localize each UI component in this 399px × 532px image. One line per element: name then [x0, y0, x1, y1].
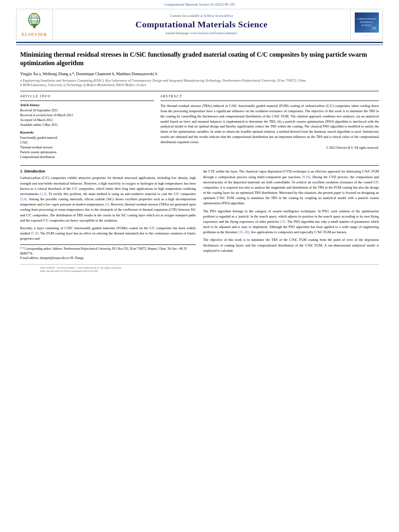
article-content: Minimizing thermal residual stresses in … — [0, 46, 399, 274]
journal-citation-bar: Computational Materials Science 61 (2012… — [0, 0, 399, 7]
keyword-3: Thermal residual stresses — [20, 145, 154, 150]
article-body: 1. Introduction Carbon/carbon (C/C) comp… — [20, 165, 379, 260]
elsevier-logo: ELSEVIER — [22, 12, 47, 37]
footnotes-area: * * Corresponding author. Address: North… — [20, 244, 196, 260]
sciverse-line: Contents lists available at SciVerse Sci… — [170, 14, 233, 18]
journal-title: Computational Materials Science — [136, 19, 267, 30]
info-divider — [20, 101, 154, 101]
history-label: Article history: — [20, 103, 154, 107]
bottom-copyright: 0927-0256/$ - see front matter © 2012 El… — [40, 266, 359, 269]
keyword-5: Compositional distribution — [20, 155, 154, 160]
abstract-col: Abstract The thermal residual stresses (… — [160, 94, 379, 160]
thin-divider — [16, 45, 383, 45]
doi-line: http://dx.doi.org/10.1016/j.commatsci.20… — [40, 269, 359, 273]
affiliation-a: a Engineering Simulation and Aerospace C… — [20, 78, 379, 83]
authors-text: Yingjie Xu a, Weihong Zhang a,*, Dominiq… — [20, 72, 157, 76]
footnote-email-text: E-mail address: zhangwh@nwpu.edu.cn (W. … — [20, 256, 84, 260]
body-two-col: 1. Introduction Carbon/carbon (C/C) comp… — [20, 169, 379, 260]
svg-point-11 — [370, 25, 372, 27]
other-word: other — [259, 220, 266, 224]
received-date: Received 26 September 2011 — [20, 108, 154, 113]
available-date: Available online 2 May 2012 — [20, 123, 154, 127]
journal-title-section: Contents lists available at SciVerse Sci… — [53, 9, 350, 40]
body-right-col: the CTE within the layer. The chemical v… — [203, 169, 379, 260]
body-right-para1: the CTE within the layer. The chemical v… — [203, 169, 379, 206]
ref-9-10: [9,10] — [302, 175, 311, 179]
keyword-4: Particle swarm optimization — [20, 150, 154, 155]
article-info-col: Article Info Article history: Received 2… — [20, 94, 154, 160]
keywords-label: Keywords: — [20, 131, 154, 134]
thick-divider — [16, 42, 383, 43]
body-left-para2: Recently, a layer consisting of C/SiC fu… — [20, 226, 196, 242]
keyword-2: C/SiC — [20, 140, 154, 145]
logo-subtext: —— — [364, 34, 369, 37]
footnote-star-text: * Corresponding author. Address: Northwe… — [20, 247, 187, 255]
ref-5-8: [5–8] — [31, 231, 38, 235]
ref-1-2: [1,2] — [40, 192, 46, 196]
accepted-date: Accepted 14 March 2012 — [20, 118, 154, 123]
affiliation-b: b M3M Laboratory, University of Technolo… — [20, 83, 379, 88]
ref-11: [11] — [280, 220, 286, 224]
journal-citation-text: Computational Materials Science 61 (2012… — [164, 2, 235, 6]
body-right-para2: The PSO algorithm belongs to the categor… — [203, 209, 379, 235]
author-divider — [20, 91, 379, 91]
authors-line: Yingjie Xu a, Weihong Zhang a,*, Dominiq… — [20, 72, 379, 76]
molecule-icon — [370, 25, 378, 32]
keyword-1: Functionally graded material — [20, 136, 154, 140]
info-abstract-section: Article Info Article history: Received 2… — [20, 94, 379, 160]
elsevier-logo-section: ELSEVIER — [16, 9, 53, 40]
section1-heading: 1. Introduction — [20, 169, 196, 173]
bottom-bar: 0927-0256/$ - see front matter © 2012 El… — [20, 264, 379, 274]
footnote-email-line: E-mail address: zhangwh@nwpu.edu.cn (W. … — [20, 256, 196, 260]
abstract-header: Abstract — [160, 94, 379, 98]
journal-logo-box: COMPUTATIONAL MATERIALS SCIENCE — [355, 12, 379, 33]
body-right-para3: The objective of this work is to minimiz… — [203, 237, 379, 253]
elsevier-label: ELSEVIER — [22, 32, 47, 37]
article-title: Minimizing thermal residual stresses in … — [20, 51, 379, 68]
svg-point-9 — [33, 12, 35, 14]
footnote-star: * * Corresponding author. Address: North… — [20, 246, 196, 256]
elsevier-globe-icon — [23, 12, 45, 31]
abstract-text: The thermal residual stresses (TRSs) ind… — [160, 103, 379, 144]
abstract-copyright: © 2012 Elsevier B.V. All rights reserved… — [160, 146, 379, 150]
article-info-header: Article Info — [20, 94, 154, 98]
homepage-url: www.elsevier.com/locate/commatsci — [190, 31, 237, 35]
sciverse-prefix: Contents lists available at — [170, 14, 203, 18]
journal-homepage: journal homepage: www.elsevier.com/locat… — [166, 31, 238, 35]
affiliations: a Engineering Simulation and Aerospace C… — [20, 78, 379, 88]
abstract-divider — [160, 101, 379, 101]
homepage-prefix: journal homepage: — [166, 31, 191, 35]
svg-rect-2 — [33, 25, 35, 28]
svg-point-14 — [376, 29, 378, 31]
svg-point-12 — [376, 25, 378, 27]
ref-11-20: [11–20] — [239, 230, 249, 234]
keywords-section: Keywords: Functionally graded material C… — [20, 131, 154, 160]
journal-header: ELSEVIER Contents lists available at Sci… — [16, 9, 383, 40]
ref-3-4: [3,4] — [20, 197, 27, 201]
body-left-para1: Carbon/carbon (C/C) composites exhibit a… — [20, 175, 196, 223]
journal-logo-section: COMPUTATIONAL MATERIALS SCIENCE —— — [350, 9, 383, 40]
ref-3b: [3] — [105, 202, 109, 206]
sciverse-link: SciVerse ScienceDirect — [204, 14, 233, 18]
svg-point-13 — [370, 29, 372, 31]
revised-date: Received in revised form 10 March 2012 — [20, 113, 154, 118]
body-left-col: 1. Introduction Carbon/carbon (C/C) comp… — [20, 169, 196, 260]
